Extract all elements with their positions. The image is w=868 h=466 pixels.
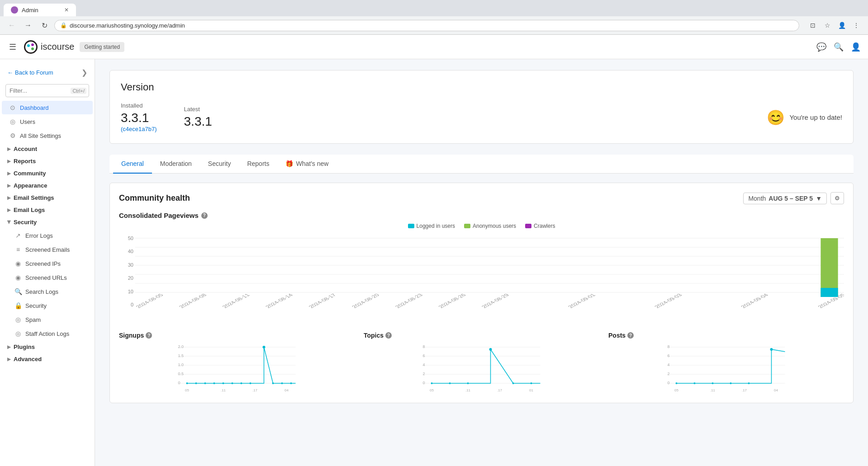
up-to-date-icon: 😊 — [767, 109, 785, 126]
users-icon: ◎ — [9, 118, 16, 125]
hamburger-menu[interactable]: ☰ — [7, 40, 18, 54]
svg-text:.11: .11 — [465, 388, 471, 392]
spam-icon: ◎ — [14, 316, 22, 323]
svg-text:2024-08-23: 2024-08-23 — [394, 293, 424, 309]
tab-general[interactable]: General — [113, 155, 152, 174]
version-status-text: You're up to date! — [789, 113, 842, 121]
tab-close-button[interactable]: ✕ — [64, 7, 69, 13]
user-avatar[interactable]: 👤 — [851, 42, 861, 52]
svg-text:04: 04 — [285, 388, 289, 392]
screened-ips-icon: ◉ — [14, 260, 22, 267]
sidebar-group-appearance[interactable]: ▶ Appearance — [0, 179, 95, 192]
url-text: discourse.mariushosting.synology.me/admi… — [70, 22, 185, 29]
installed-version: 3.3.1 — [121, 111, 157, 125]
svg-text:.17: .17 — [497, 388, 503, 392]
svg-point-36 — [186, 382, 188, 384]
gift-icon: 🎁 — [285, 160, 293, 167]
bookmark-button[interactable]: ☆ — [821, 19, 834, 32]
sidebar-collapse-icon[interactable]: ❯ — [81, 68, 87, 77]
sidebar-item-security-sub[interactable]: 🔒 Security — [2, 299, 93, 312]
reload-button[interactable]: ↻ — [38, 19, 51, 32]
logo-text: iscourse — [41, 42, 74, 52]
version-status: 😊 You're up to date! — [767, 109, 842, 126]
appearance-group-arrow: ▶ — [7, 183, 11, 188]
profile-button[interactable]: 👤 — [835, 19, 848, 32]
address-bar[interactable]: 🔒 discourse.mariushosting.synology.me/ad… — [54, 20, 799, 31]
svg-text:8: 8 — [423, 344, 425, 349]
getting-started-badge[interactable]: Getting started — [80, 42, 124, 52]
svg-text:2024-09-04: 2024-09-04 — [740, 293, 770, 309]
sidebar-group-security[interactable]: ▶ Security — [0, 216, 95, 228]
search-icon[interactable]: 🔍 — [834, 42, 844, 52]
tab-security[interactable]: Security — [200, 155, 239, 174]
reports-group-arrow: ▶ — [7, 159, 11, 164]
settings-icon: ⚙ — [9, 132, 16, 139]
sidebar-item-users[interactable]: ◎ Users — [2, 115, 93, 128]
pageviews-chart-container: 50 40 30 20 10 0 — [119, 234, 844, 321]
menu-button[interactable]: ⋮ — [850, 19, 863, 32]
svg-text:05: 05 — [674, 388, 678, 392]
svg-point-38 — [204, 382, 206, 384]
svg-point-40 — [223, 382, 224, 384]
top-nav: ☰ iscourse Getting started 💬 🔍 👤 — [0, 35, 868, 59]
anonymous-dot — [464, 224, 470, 228]
sidebar-item-screened-ips[interactable]: ◉ Screened IPs — [2, 257, 93, 270]
sidebar-group-community[interactable]: ▶ Community — [0, 167, 95, 179]
pageviews-info-icon[interactable]: ? — [201, 212, 208, 219]
signups-svg: 2.0 1.5 1.0 0.5 0 — [119, 343, 355, 392]
svg-text:2024-09-01: 2024-09-01 — [566, 293, 597, 309]
chart-settings-button[interactable]: ⚙ — [830, 192, 844, 204]
signups-info-icon[interactable]: ? — [146, 332, 152, 339]
forward-button[interactable]: → — [22, 19, 34, 32]
sidebar-group-email-logs[interactable]: ▶ Email Logs — [0, 204, 95, 216]
sidebar-item-screened-urls[interactable]: ◉ Screened URLs — [2, 271, 93, 284]
legend-logged-in: Logged in users — [408, 223, 455, 229]
logo[interactable]: iscourse — [24, 40, 74, 54]
tab-whats-new[interactable]: 🎁 What's new — [277, 155, 337, 174]
mini-charts-row: Signups ? 2.0 1.5 1.0 — [119, 332, 844, 394]
posts-info-icon[interactable]: ? — [627, 332, 634, 339]
sidebar-item-staff-action-logs[interactable]: ◎ Staff Action Logs — [2, 327, 93, 340]
svg-text:0: 0 — [668, 381, 670, 385]
svg-text:2.0: 2.0 — [178, 344, 184, 349]
security-sub-icon: 🔒 — [14, 302, 22, 309]
svg-point-81 — [770, 348, 773, 351]
svg-text:2024-08-29: 2024-08-29 — [480, 293, 511, 309]
sidebar-group-plugins[interactable]: ▶ Plugins — [0, 341, 95, 353]
back-arrow-icon: ← — [7, 69, 13, 76]
sidebar-item-screened-emails[interactable]: ≡ Screened Emails — [2, 243, 93, 256]
svg-text:05: 05 — [430, 388, 434, 392]
svg-text:2024-08-08: 2024-08-08 — [177, 293, 208, 309]
back-to-forum[interactable]: ← Back to Forum ❯ — [0, 65, 95, 80]
cast-button[interactable]: ⊡ — [806, 19, 819, 32]
sidebar-group-advanced[interactable]: ▶ Advanced — [0, 353, 95, 365]
sidebar-item-all-site-settings[interactable]: ⚙ All Site Settings — [2, 129, 93, 142]
sidebar-item-search-logs[interactable]: 🔍 Search Logs — [2, 285, 93, 298]
chat-icon[interactable]: 💬 — [816, 42, 826, 52]
logged-in-dot — [408, 224, 414, 228]
month-selector[interactable]: Month AUG 5 – SEP 5 ▼ — [743, 193, 827, 204]
sidebar-item-error-logs[interactable]: ↗ Error Logs — [2, 229, 93, 242]
security-group-arrow: ▶ — [7, 221, 12, 224]
svg-text:2: 2 — [668, 372, 670, 376]
browser-tab[interactable]: Admin ✕ — [4, 4, 76, 16]
svg-point-2 — [27, 44, 30, 47]
topics-info-icon[interactable]: ? — [385, 332, 392, 339]
svg-text:1.0: 1.0 — [178, 362, 184, 367]
svg-text:1.5: 1.5 — [178, 353, 184, 358]
advanced-group-arrow: ▶ — [7, 357, 11, 362]
installed-version-link[interactable]: (c4ece1a7b7) — [121, 126, 157, 132]
tab-reports[interactable]: Reports — [239, 155, 277, 174]
sidebar-group-account[interactable]: ▶ Account — [0, 143, 95, 155]
community-group-arrow: ▶ — [7, 171, 11, 176]
error-logs-icon: ↗ — [14, 232, 22, 239]
svg-point-61 — [489, 348, 492, 351]
sidebar-item-spam[interactable]: ◎ Spam — [2, 313, 93, 326]
svg-point-64 — [467, 382, 469, 384]
sidebar-group-email-settings[interactable]: ▶ Email Settings — [0, 192, 95, 204]
screened-emails-icon: ≡ — [14, 246, 22, 253]
back-button[interactable]: ← — [5, 19, 18, 32]
tab-moderation[interactable]: Moderation — [152, 155, 200, 174]
sidebar-group-reports[interactable]: ▶ Reports — [0, 155, 95, 167]
sidebar-item-dashboard[interactable]: ⊙ Dashboard — [2, 101, 93, 114]
